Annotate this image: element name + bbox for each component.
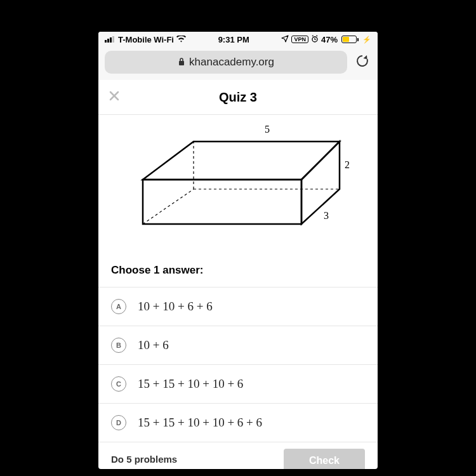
url-text: khanacademy.org <box>189 56 274 69</box>
answer-letter: D <box>111 415 126 430</box>
phone-frame: T-Mobile Wi-Fi 9:31 PM VPN 47% ⚡ <box>98 32 378 469</box>
dim-width: 5 <box>265 124 270 135</box>
answer-option-a[interactable]: A 10 + 10 + 6 + 6 <box>98 288 378 326</box>
status-left: T-Mobile Wi-Fi <box>105 34 186 44</box>
charging-icon: ⚡ <box>362 36 371 44</box>
signal-icon <box>105 36 114 43</box>
status-time: 9:31 PM <box>218 35 249 44</box>
answer-text: 15 + 15 + 10 + 10 + 6 + 6 <box>138 416 262 430</box>
alarm-icon <box>311 35 319 44</box>
problem-count: Do 5 problems <box>111 454 177 465</box>
answer-letter: A <box>111 299 126 314</box>
answer-letter: B <box>111 338 126 353</box>
answer-option-d[interactable]: D 15 + 15 + 10 + 10 + 6 + 6 <box>98 404 378 442</box>
check-button[interactable]: Check <box>284 449 365 469</box>
url-bar[interactable]: khanacademy.org <box>105 51 347 74</box>
vpn-badge: VPN <box>291 36 308 43</box>
browser-toolbar: khanacademy.org <box>98 47 378 80</box>
svg-marker-4 <box>301 142 340 224</box>
answer-text: 10 + 10 + 6 + 6 <box>138 300 213 314</box>
svg-marker-3 <box>143 142 340 180</box>
carrier-label: T-Mobile Wi-Fi <box>118 35 174 44</box>
location-icon <box>281 35 289 44</box>
answer-text: 10 + 6 <box>138 338 169 352</box>
question-prompt: Choose 1 answer: <box>98 259 378 287</box>
dim-height: 2 <box>345 159 350 170</box>
quiz-header: Quiz 3 <box>98 80 378 115</box>
prism-figure: 5 2 3 <box>98 115 378 259</box>
close-button[interactable] <box>109 89 120 105</box>
answer-option-b[interactable]: B 10 + 6 <box>98 326 378 365</box>
wifi-icon <box>176 34 186 44</box>
status-right: VPN 47% ⚡ <box>281 35 371 44</box>
quiz-title: Quiz 3 <box>98 90 378 105</box>
dim-depth: 3 <box>324 210 329 221</box>
svg-rect-1 <box>179 61 184 65</box>
answer-text: 15 + 15 + 10 + 10 + 6 <box>138 377 243 391</box>
status-bar: T-Mobile Wi-Fi 9:31 PM VPN 47% ⚡ <box>98 32 378 47</box>
quiz-footer: Do 5 problems Check <box>98 442 378 469</box>
svg-marker-2 <box>143 180 301 224</box>
answer-list: A 10 + 10 + 6 + 6 B 10 + 6 C 15 + 15 + 1… <box>98 287 378 442</box>
answer-option-c[interactable]: C 15 + 15 + 10 + 10 + 6 <box>98 365 378 404</box>
battery-pct: 47% <box>321 35 338 44</box>
reload-button[interactable] <box>354 54 371 71</box>
lock-icon <box>178 57 185 68</box>
answer-letter: C <box>111 376 126 392</box>
svg-line-5 <box>143 189 194 224</box>
battery-icon <box>340 36 359 43</box>
